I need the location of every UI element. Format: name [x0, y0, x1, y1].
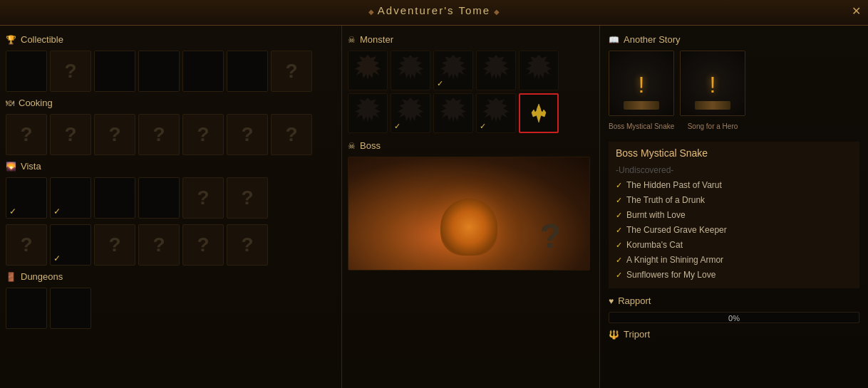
list-item[interactable]: ✓ The Cursed Grave Keeper	[616, 223, 852, 238]
another-story-section: 📖 Another Story ! Boss Mystical Snake !	[609, 34, 859, 288]
list-item[interactable]: ?	[227, 177, 268, 219]
collectible-grid: ? ?	[6, 51, 336, 92]
story-cards-container: ! Boss Mystical Snake ! Song for a Hero	[609, 51, 859, 133]
story-card-wrapper-2: ! Song for a Hero	[680, 51, 745, 116]
list-item[interactable]: ✓ The Hidden Past of Varut	[616, 178, 852, 193]
boss-shape	[440, 199, 497, 256]
cooking-grid: ? ? ? ? ? ? ?	[6, 114, 336, 155]
list-item[interactable]	[519, 51, 559, 90]
story-item-text: The Hidden Past of Varut	[626, 180, 722, 190]
svg-marker-0	[532, 104, 546, 122]
selected-story-name: Boss Mystical Snake	[616, 147, 852, 159]
boss-label: Boss	[360, 140, 381, 151]
middle-panel: ☠ Monster ✓	[342, 26, 600, 388]
list-item[interactable]: ✓ A Knight in Shining Armor	[616, 253, 852, 268]
story-card-label-2: Song for a Hero	[680, 122, 745, 130]
check-icon: ✓	[394, 122, 401, 131]
triport-section-header: 🔱 Triport	[609, 329, 859, 340]
list-item[interactable]	[50, 288, 91, 329]
list-item[interactable]	[391, 51, 430, 90]
check-icon: ✓	[53, 253, 61, 263]
vista-grid-row1: ✓ ✓ ? ?	[6, 177, 336, 219]
list-item[interactable]	[227, 51, 268, 92]
list-item[interactable]: ✓ Korumba's Cat	[616, 238, 852, 253]
list-item[interactable]: ✓ Burnt with Love	[616, 208, 852, 223]
list-item[interactable]	[348, 51, 388, 90]
story-list: -Undiscovered- ✓ The Hidden Past of Varu…	[616, 163, 852, 283]
list-item[interactable]	[6, 51, 47, 92]
list-item[interactable]	[94, 51, 135, 92]
list-item[interactable]	[476, 51, 516, 90]
another-story-icon: 📖	[609, 35, 619, 45]
list-item[interactable]: ✓	[50, 177, 91, 219]
list-item[interactable]: ?	[182, 114, 224, 155]
list-item[interactable]	[6, 288, 47, 329]
list-item[interactable]: ?	[138, 114, 180, 155]
monster-grid: ✓ ✓	[348, 51, 594, 133]
list-item[interactable]: ?	[271, 51, 312, 92]
unknown-item: ?	[285, 60, 297, 83]
close-button[interactable]: ✕	[852, 4, 861, 18]
list-item[interactable]: ?	[138, 224, 180, 266]
left-panel: 🏆 Collectible ? ? 🍽 Cooking ? ? ? ?	[0, 26, 342, 388]
story-card-base-2	[695, 101, 730, 110]
boss-unknown: ?	[540, 216, 561, 256]
list-item[interactable]	[182, 51, 224, 92]
list-item[interactable]: ?	[227, 114, 268, 155]
vista-label: Vista	[21, 161, 41, 172]
list-item[interactable]: ?	[271, 114, 312, 155]
list-item[interactable]: ✓ Sunflowers for My Love	[616, 268, 852, 283]
check-icon: ✓	[616, 181, 622, 190]
list-item[interactable]: ?	[182, 224, 224, 266]
story-card-label-1: Boss Mystical Snake	[609, 122, 674, 130]
story-item-text: A Knight in Shining Armor	[626, 255, 723, 265]
list-item[interactable]: ?	[94, 224, 135, 266]
check-icon: ✓	[437, 79, 443, 88]
rapport-section: ♥ Rapport 0%	[609, 295, 859, 323]
check-icon: ✓	[616, 241, 622, 250]
list-item[interactable]	[519, 93, 559, 133]
unknown-item: ?	[64, 60, 76, 83]
vista-section-header: 🌄 Vista	[6, 161, 336, 172]
monster-silhouette	[482, 98, 510, 129]
rapport-label: Rapport	[618, 295, 651, 306]
list-item[interactable]: ?	[6, 224, 47, 266]
monster-row-2: ✓ ✓	[348, 93, 594, 133]
monster-silhouette	[482, 55, 510, 86]
list-item[interactable]: ✓	[50, 224, 91, 266]
monster-row-1: ✓	[348, 51, 594, 90]
list-item[interactable]: ✓ The Truth of a Drunk	[616, 193, 852, 208]
list-item[interactable]: ✓	[476, 93, 516, 133]
another-story-label: Another Story	[624, 34, 681, 45]
list-item[interactable]: ✓	[6, 177, 47, 219]
list-item[interactable]	[433, 93, 473, 133]
dungeons-grid	[6, 288, 336, 329]
monster-silhouette	[525, 55, 553, 86]
list-item[interactable]: ✓	[391, 93, 430, 133]
story-exclaim-icon: !	[639, 72, 645, 98]
story-card-song-for-a-hero[interactable]: !	[680, 51, 745, 116]
list-item[interactable]: ✓	[433, 51, 473, 90]
list-item[interactable]: ?	[182, 177, 224, 219]
title-bar: ◆ Adventurer's Tome ◆ ✕	[0, 0, 868, 26]
list-item[interactable]	[94, 177, 135, 219]
list-item[interactable]	[138, 51, 180, 92]
monster-silhouette	[353, 55, 382, 86]
list-item[interactable]: ?	[6, 114, 47, 155]
check-icon: ✓	[616, 211, 622, 220]
list-item[interactable]: ?	[50, 114, 91, 155]
list-item[interactable]	[138, 177, 180, 219]
list-item[interactable]: ?	[50, 51, 91, 92]
story-card-wrapper-1: ! Boss Mystical Snake	[609, 51, 674, 116]
story-item-text: The Truth of a Drunk	[626, 195, 705, 205]
check-icon: ✓	[616, 196, 622, 205]
cooking-label: Cooking	[19, 98, 53, 108]
list-item[interactable]: ?	[227, 224, 268, 266]
story-card-boss-mystical-snake[interactable]: !	[609, 51, 674, 116]
list-item[interactable]: ?	[94, 114, 135, 155]
cooking-icon: 🍽	[6, 98, 14, 108]
list-item[interactable]: -Undiscovered-	[616, 163, 852, 178]
right-panel: 📖 Another Story ! Boss Mystical Snake !	[600, 26, 868, 388]
vista-icon: 🌄	[6, 162, 16, 172]
list-item[interactable]	[348, 93, 388, 133]
